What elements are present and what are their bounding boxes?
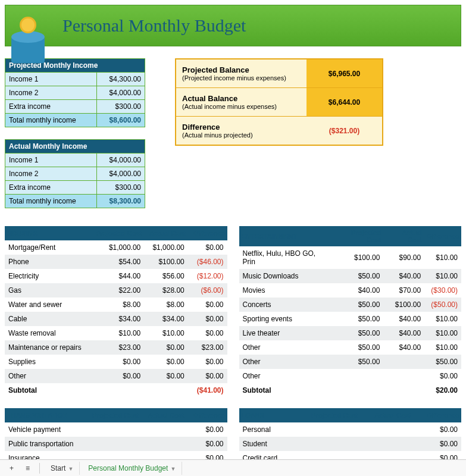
difference-cost[interactable]: $0.00 <box>414 437 461 451</box>
difference-cost[interactable]: $10.00 <box>424 326 461 340</box>
expense-label[interactable]: Mortgage/Rent <box>5 240 90 255</box>
actual-cost[interactable]: $100.00 <box>383 298 424 312</box>
difference-cost[interactable]: $10.00 <box>424 269 461 283</box>
projected-cost[interactable]: $23.00 <box>90 340 144 355</box>
actual-cost[interactable] <box>141 437 186 451</box>
difference-cost[interactable]: ($30.00) <box>424 283 461 298</box>
projected-cost[interactable]: $100.00 <box>333 246 383 269</box>
actual-cost[interactable]: $90.00 <box>383 246 424 269</box>
projected-cost[interactable]: $54.00 <box>90 255 144 269</box>
expense-label[interactable]: Phone <box>5 255 90 269</box>
cell-label[interactable]: Income 1 <box>5 73 97 86</box>
projected-cost[interactable]: $22.00 <box>90 283 144 298</box>
expense-label[interactable]: Vehicle payment <box>5 422 85 437</box>
cell-value[interactable]: $300.00 <box>96 181 145 195</box>
expense-label[interactable]: Other <box>239 355 333 369</box>
difference-cost[interactable]: $0.00 <box>186 437 227 451</box>
expense-label[interactable]: Waste removal <box>5 326 90 340</box>
actual-cost[interactable]: $100.00 <box>144 255 187 269</box>
expense-label[interactable]: Sporting events <box>239 312 333 326</box>
projected-cost[interactable]: $1,000.00 <box>90 240 144 255</box>
difference-cost[interactable]: $0.00 <box>414 422 461 437</box>
expense-label[interactable]: Cable <box>5 312 90 326</box>
actual-cost[interactable] <box>360 437 414 451</box>
projected-cost[interactable]: $0.00 <box>90 369 144 383</box>
expense-label[interactable]: Live theater <box>239 326 333 340</box>
cell-label[interactable]: Income 2 <box>5 86 97 100</box>
difference-cost[interactable]: $0.00 <box>186 422 227 437</box>
tab-start[interactable]: Start▼ <box>45 462 80 475</box>
actual-cost[interactable]: $1,000.00 <box>144 240 187 255</box>
difference-cost[interactable]: $50.00 <box>424 355 461 369</box>
actual-cost[interactable]: $10.00 <box>144 326 187 340</box>
actual-cost[interactable]: $40.00 <box>383 340 424 355</box>
projected-cost[interactable]: $50.00 <box>333 298 383 312</box>
actual-cost[interactable] <box>383 369 424 383</box>
difference-cost[interactable]: $23.00 <box>188 340 227 355</box>
projected-cost[interactable]: $50.00 <box>333 326 383 340</box>
projected-cost[interactable]: $8.00 <box>90 298 144 312</box>
tab-personal-monthly-budget[interactable]: Personal Monthly Budget▼ <box>82 462 182 475</box>
actual-cost[interactable]: $40.00 <box>383 326 424 340</box>
difference-cost[interactable]: $0.00 <box>188 312 227 326</box>
expense-label[interactable]: Student <box>239 437 294 451</box>
projected-cost[interactable] <box>333 369 383 383</box>
expense-label[interactable]: Supplies <box>5 355 90 369</box>
projected-cost[interactable] <box>85 437 141 451</box>
cell-label[interactable]: Income 2 <box>5 167 97 181</box>
projected-cost[interactable]: $50.00 <box>333 340 383 355</box>
projected-cost[interactable]: $40.00 <box>333 283 383 298</box>
difference-cost[interactable]: $10.00 <box>424 340 461 355</box>
cell-label[interactable]: Extra income <box>5 100 97 114</box>
difference-cost[interactable]: $0.00 <box>188 355 227 369</box>
actual-cost[interactable]: $40.00 <box>383 312 424 326</box>
expense-label[interactable]: Public transportation <box>5 437 85 451</box>
cell-value[interactable]: $4,000.00 <box>96 167 145 181</box>
difference-cost[interactable]: ($6.00) <box>188 283 227 298</box>
difference-cost[interactable]: $0.00 <box>188 369 227 383</box>
sheets-menu-button[interactable]: ≡ <box>21 462 35 475</box>
projected-cost[interactable] <box>293 437 359 451</box>
actual-cost[interactable] <box>383 355 424 369</box>
actual-cost[interactable]: $56.00 <box>144 269 187 283</box>
expense-label[interactable]: Music Downloads <box>239 269 333 283</box>
difference-cost[interactable]: $0.00 <box>188 298 227 312</box>
difference-cost[interactable]: $10.00 <box>424 246 461 269</box>
cell-label[interactable]: Extra income <box>5 181 97 195</box>
actual-cost[interactable]: $40.00 <box>383 269 424 283</box>
actual-cost[interactable]: $0.00 <box>144 355 187 369</box>
actual-cost[interactable]: $70.00 <box>383 283 424 298</box>
projected-cost[interactable]: $34.00 <box>90 312 144 326</box>
expense-label[interactable]: Concerts <box>239 298 333 312</box>
projected-cost[interactable]: $50.00 <box>333 355 383 369</box>
projected-cost[interactable]: $44.00 <box>90 269 144 283</box>
actual-cost[interactable] <box>141 422 186 437</box>
expense-label[interactable]: Water and sewer <box>5 298 90 312</box>
difference-cost[interactable]: $0.00 <box>424 369 461 383</box>
difference-cost[interactable]: ($12.00) <box>188 269 227 283</box>
actual-cost[interactable]: $28.00 <box>144 283 187 298</box>
difference-cost[interactable]: ($50.00) <box>424 298 461 312</box>
actual-cost[interactable]: $0.00 <box>144 369 187 383</box>
cell-value[interactable]: $4,300.00 <box>96 73 145 86</box>
expense-label[interactable]: Gas <box>5 283 90 298</box>
actual-cost[interactable] <box>360 422 414 437</box>
expense-label[interactable]: Other <box>5 369 90 383</box>
actual-cost[interactable]: $0.00 <box>144 340 187 355</box>
expense-label[interactable]: Movies <box>239 283 333 298</box>
add-sheet-button[interactable]: + <box>5 462 18 475</box>
expense-label[interactable]: Personal <box>239 422 294 437</box>
projected-cost[interactable] <box>85 422 141 437</box>
projected-cost[interactable]: $50.00 <box>333 312 383 326</box>
cell-value[interactable]: $300.00 <box>96 100 145 114</box>
difference-cost[interactable]: $0.00 <box>188 240 227 255</box>
cell-value[interactable]: $4,000.00 <box>96 154 145 167</box>
expense-label[interactable]: Electricity <box>5 269 90 283</box>
cell-value[interactable]: $4,000.00 <box>96 86 145 100</box>
projected-cost[interactable] <box>293 422 359 437</box>
expense-label[interactable]: Netflix, Hulu, HBO GO, Prin <box>239 246 333 269</box>
difference-cost[interactable]: $10.00 <box>424 312 461 326</box>
expense-label[interactable]: Maintenance or repairs <box>5 340 90 355</box>
projected-cost[interactable]: $50.00 <box>333 269 383 283</box>
expense-label[interactable]: Other <box>239 340 333 355</box>
